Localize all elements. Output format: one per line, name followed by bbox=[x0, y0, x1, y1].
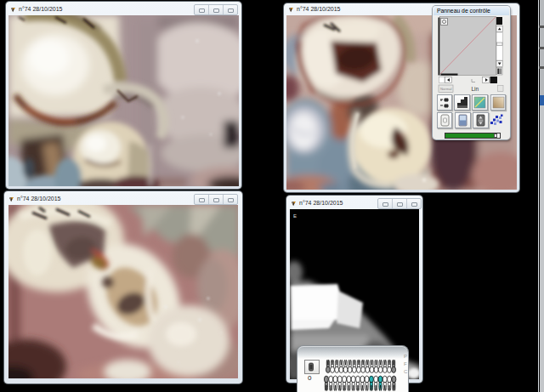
svg-text:Lin: Lin bbox=[472, 86, 479, 92]
svg-text:Normal: Normal bbox=[440, 87, 452, 91]
svg-text:E: E bbox=[293, 213, 297, 219]
